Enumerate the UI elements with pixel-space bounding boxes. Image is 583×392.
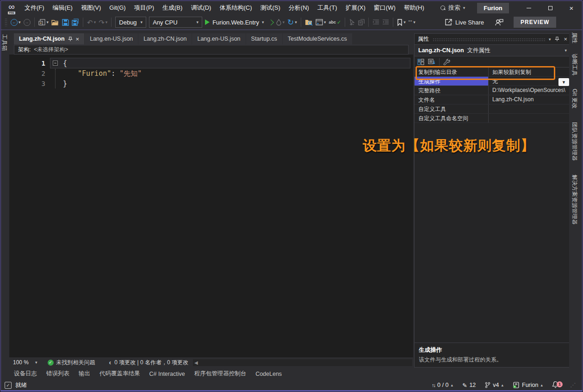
current-branch-picker[interactable]: v4 ▴ bbox=[485, 382, 503, 388]
menu-window[interactable]: 窗口(W) bbox=[370, 1, 400, 15]
menu-view[interactable]: 视图(V) bbox=[77, 1, 105, 15]
tab-lang-en-us-2[interactable]: Lang.en-US.json bbox=[192, 33, 245, 44]
restart-button[interactable]: ↻ ▾ bbox=[286, 16, 298, 28]
find-in-files-button[interactable] bbox=[304, 16, 314, 28]
close-button[interactable]: × bbox=[561, 1, 582, 15]
codelens-changes-indicator[interactable]: ‹ 0 项更改 | 0 名作者，0 项更改 bbox=[109, 359, 188, 367]
window-position-icon[interactable]: ▾ bbox=[549, 37, 551, 42]
tab-codelens[interactable]: CodeLens bbox=[255, 371, 282, 377]
menu-file[interactable]: 文件(F) bbox=[20, 1, 49, 15]
solution-name-badge[interactable]: Furion bbox=[477, 3, 509, 13]
menu-project[interactable]: 项目(P) bbox=[130, 1, 158, 15]
fold-collapse-icon[interactable] bbox=[53, 61, 58, 66]
increase-indent-button[interactable] bbox=[381, 16, 391, 28]
menu-debug[interactable]: 调试(D) bbox=[186, 1, 215, 15]
start-debugging-button[interactable]: Furion.Web.Entry ▾ bbox=[204, 16, 265, 28]
save-all-button[interactable] bbox=[70, 16, 81, 28]
minimize-button[interactable] bbox=[518, 1, 540, 15]
comment-button[interactable]: ““ ▾ bbox=[407, 16, 417, 28]
menu-build[interactable]: 生成(B) bbox=[158, 1, 186, 15]
architecture-value: <未选择架构> bbox=[34, 46, 68, 54]
save-button[interactable] bbox=[61, 16, 70, 28]
tab-lang-zh-cn-active[interactable]: Lang.zh-CN.json × bbox=[14, 33, 84, 44]
navigate-forward-button[interactable]: → bbox=[22, 16, 32, 28]
property-row-full-path[interactable]: 完整路径 D:\Workplaces\OpenSources\ bbox=[415, 86, 571, 95]
tab-lang-en-us-1[interactable]: Lang.en-US.json bbox=[85, 33, 138, 44]
zoom-level-dropdown[interactable]: 100 % ▾ bbox=[9, 357, 41, 368]
properties-panel-title-bar[interactable]: 属性 ▾ × bbox=[415, 34, 571, 44]
diagnostic-tools-tab[interactable]: 诊断工具 bbox=[569, 52, 582, 87]
navigate-back-button[interactable]: ← ▾ bbox=[9, 16, 22, 28]
tab-output[interactable]: 输出 bbox=[79, 370, 90, 378]
build-action-dropdown-button[interactable]: ▼ bbox=[558, 78, 569, 86]
copy-structure-button[interactable] bbox=[357, 16, 366, 28]
decrease-indent-button[interactable] bbox=[371, 16, 381, 28]
properties-tab[interactable]: 属性 bbox=[569, 31, 582, 52]
team-explorer-tab[interactable]: 团队资源管理器 bbox=[569, 120, 582, 173]
pin-icon[interactable] bbox=[555, 37, 559, 42]
hot-reload-button[interactable]: ▾ bbox=[274, 16, 286, 28]
document-health-indicator[interactable]: ✓ 未找到相关问题 bbox=[48, 359, 95, 367]
tab-device-log[interactable]: 设备日志 bbox=[14, 370, 37, 378]
tab-lang-zh-cn-2[interactable]: Lang.zh-CN.json bbox=[138, 33, 192, 44]
sync-commits-indicator[interactable]: ↑↓ 0 / 0 ▴ bbox=[432, 382, 453, 388]
live-share-button[interactable]: Live Share bbox=[445, 18, 484, 26]
menu-help[interactable]: 帮助(H) bbox=[400, 1, 428, 15]
tab-startup-cs[interactable]: Startup.cs bbox=[246, 33, 282, 44]
search-box[interactable]: 搜索 ▾ bbox=[440, 4, 465, 12]
tab-code-coverage[interactable]: 代码覆盖率结果 bbox=[99, 370, 140, 378]
redo-button[interactable]: ↷ ▾ bbox=[97, 16, 109, 28]
send-feedback-button[interactable] bbox=[495, 18, 503, 26]
horizontal-scrollbar[interactable]: ◀ bbox=[193, 359, 412, 366]
close-icon[interactable]: × bbox=[76, 36, 80, 43]
maximize-button[interactable] bbox=[540, 1, 561, 15]
alphabetical-sort-icon[interactable] bbox=[428, 59, 435, 65]
property-row-file-name[interactable]: 文件名 Lang.zh-CN.json bbox=[415, 95, 571, 104]
architecture-bar[interactable]: 架构: <未选择架构> bbox=[14, 45, 409, 55]
resize-grip[interactable]: ⋰ bbox=[570, 382, 576, 388]
check-circle-icon: ✓ bbox=[48, 360, 54, 366]
solution-explorer-button[interactable]: ▾ bbox=[314, 16, 328, 28]
open-file-button[interactable] bbox=[50, 16, 61, 28]
menu-tools[interactable]: 工具(T) bbox=[313, 1, 341, 15]
property-pages-wrench-icon[interactable] bbox=[443, 59, 450, 65]
solution-platform-dropdown[interactable]: Any CPU ▾ bbox=[149, 17, 202, 28]
menu-analyze[interactable]: 分析(N) bbox=[285, 1, 313, 15]
git-changes-tab[interactable]: Git 更改 bbox=[569, 87, 582, 120]
close-icon[interactable]: × bbox=[564, 36, 567, 43]
background-tasks-icon[interactable]: ✓ bbox=[5, 382, 12, 389]
repository-icon bbox=[513, 382, 520, 388]
pin-icon[interactable] bbox=[68, 37, 73, 42]
tab-error-list[interactable]: 错误列表 bbox=[46, 370, 69, 378]
object-selector-dropdown[interactable]: Lang.zh-CN.json 文件属性 ▾ bbox=[415, 44, 571, 56]
start-without-debugging-button[interactable] bbox=[266, 16, 274, 28]
menu-architecture[interactable]: 体系结构(C) bbox=[215, 1, 256, 15]
search-label: 搜索 bbox=[448, 4, 460, 12]
toggle-bookmark-button[interactable]: ▾ bbox=[396, 16, 407, 28]
chevron-down-icon: ▾ bbox=[19, 20, 21, 24]
categorized-view-icon[interactable] bbox=[417, 59, 424, 65]
menu-test[interactable]: 测试(S) bbox=[256, 1, 284, 15]
tab-package-manager-console[interactable]: 程序包管理器控制台 bbox=[194, 370, 247, 378]
solution-configuration-dropdown[interactable]: Debug ▾ bbox=[115, 17, 146, 28]
select-pointer-button[interactable] bbox=[347, 16, 357, 28]
menu-edit[interactable]: 编辑(E) bbox=[49, 1, 77, 15]
toolbar-drag-handle[interactable] bbox=[5, 18, 7, 26]
repository-picker[interactable]: Furion ▴ bbox=[513, 382, 543, 388]
solution-explorer-tab[interactable]: 解决方案资源管理器 bbox=[569, 173, 582, 242]
tab-csharp-interactive[interactable]: C# Interactive bbox=[149, 371, 185, 377]
new-project-button[interactable]: ▾ bbox=[37, 16, 50, 28]
flame-icon bbox=[276, 19, 282, 26]
tab-testmoduleservices-cs[interactable]: TestModuleServices.cs bbox=[283, 33, 352, 44]
spell-check-button[interactable]: abc ✓ bbox=[327, 16, 342, 28]
menu-git[interactable]: Git(G) bbox=[105, 1, 130, 15]
pending-edits-indicator[interactable]: ✎ 12 bbox=[462, 382, 476, 389]
code-editor[interactable]: 1 { 2 "Furion": "先知" 3 } bbox=[9, 55, 413, 357]
property-row-custom-tool[interactable]: 自定义工具 bbox=[415, 104, 571, 114]
property-row-custom-tool-namespace[interactable]: 自定义工具命名空间 bbox=[415, 114, 571, 123]
undo-button[interactable]: ↶ ▾ bbox=[86, 16, 97, 28]
preview-button[interactable]: PREVIEW bbox=[514, 17, 556, 28]
notifications-button[interactable]: 1 bbox=[552, 381, 559, 390]
solution-explorer-icon bbox=[316, 19, 323, 26]
menu-extensions[interactable]: 扩展(X) bbox=[341, 1, 369, 15]
